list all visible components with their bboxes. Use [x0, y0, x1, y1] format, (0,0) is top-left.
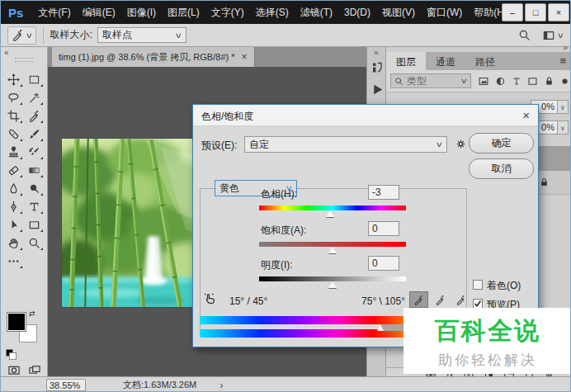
swap-colors-icon[interactable]: ⇄ — [29, 309, 35, 318]
search-icon[interactable] — [518, 29, 531, 41]
healing-brush-tool[interactable] — [3, 125, 24, 143]
filter-toggle-icon[interactable] — [560, 77, 569, 86]
falloff-start-marker[interactable] — [377, 324, 384, 331]
status-arrow-icon[interactable]: › — [219, 379, 223, 391]
watermark-title: 百科全说 — [403, 314, 571, 348]
saturation-slider-thumb[interactable] — [328, 247, 337, 253]
menu-layer[interactable]: 图层(L) — [162, 6, 205, 20]
dodge-tool[interactable] — [24, 179, 45, 197]
tab-close-icon[interactable]: × — [242, 51, 248, 63]
type-tool[interactable] — [24, 197, 45, 215]
minimize-button[interactable]: – — [502, 3, 523, 21]
collapse-panel-icon[interactable]: « — [4, 48, 9, 57]
menu-type[interactable]: 文字(Y) — [205, 6, 250, 20]
check-icon — [474, 300, 482, 308]
menu-3d[interactable]: 3D(D) — [338, 7, 376, 18]
history-brush-tool[interactable] — [24, 143, 45, 161]
colorize-label: 着色(O) — [487, 279, 521, 293]
path-selection-tool[interactable] — [3, 215, 24, 234]
chevron-down-icon: ∨ — [557, 31, 564, 40]
saturation-value-field[interactable]: 0 — [368, 221, 399, 236]
colorize-checkbox[interactable] — [473, 280, 483, 290]
properties-panel-icon[interactable] — [367, 57, 387, 78]
preset-dropdown[interactable]: 自定 ∨ — [244, 136, 447, 153]
expand-dock-icon[interactable]: » — [563, 43, 568, 52]
eraser-tool[interactable] — [3, 161, 24, 179]
ok-button[interactable]: 确定 — [469, 133, 534, 153]
status-bar: 38.55% 文档:1.63M/3.26M › — [1, 376, 571, 392]
bamboo-waterfall-image[interactable] — [62, 139, 192, 307]
screen-mode-button[interactable] — [28, 364, 41, 376]
zoom-tool[interactable] — [24, 234, 45, 252]
filter-type-layers-icon[interactable] — [512, 76, 521, 87]
panel-menu-icon[interactable]: ≡ — [559, 54, 566, 67]
lightness-slider[interactable] — [259, 276, 406, 281]
hand-tool[interactable] — [3, 234, 24, 252]
chevron-down-icon: ∨ — [460, 77, 468, 85]
clone-stamp-tool[interactable] — [3, 143, 24, 161]
hue-slider[interactable] — [259, 205, 406, 210]
zoom-level-field[interactable]: 38.55% — [46, 379, 86, 391]
menu-edit[interactable]: 编辑(E) — [77, 6, 121, 20]
marquee-tool[interactable] — [24, 70, 45, 88]
eyedropper-tool[interactable] — [24, 106, 45, 125]
close-button[interactable]: × — [548, 3, 569, 21]
menu-filter[interactable]: 滤镜(T) — [295, 6, 338, 20]
workspace-switcher[interactable]: ∨ — [542, 30, 564, 41]
eyedropper-sample-button[interactable] — [409, 291, 428, 308]
saturation-label: 饱和度(A): — [261, 224, 306, 238]
quick-selection-tool[interactable] — [24, 88, 45, 106]
tool-preset-picker[interactable]: ∨ — [7, 26, 36, 45]
filter-adjustment-layers-icon[interactable] — [495, 76, 506, 87]
crop-tool[interactable] — [3, 106, 24, 125]
maximize-button[interactable]: □ — [525, 3, 546, 21]
blur-tool[interactable] — [3, 179, 24, 197]
pen-tool[interactable] — [3, 197, 24, 215]
shape-tool[interactable] — [24, 215, 45, 234]
cancel-button[interactable]: 取消 — [469, 158, 534, 179]
workspace-layout-icon — [542, 30, 555, 41]
tab-paths[interactable]: 路径 — [465, 52, 505, 70]
actions-panel-icon[interactable] — [367, 78, 387, 100]
brush-tool[interactable] — [24, 125, 45, 143]
eyedropper-add-button[interactable] — [431, 291, 450, 308]
panel-grip[interactable] — [15, 58, 33, 62]
layer-filter-type-dropdown[interactable]: 类型 ∨ — [390, 73, 471, 88]
on-image-adjust-hand-icon[interactable] — [203, 291, 217, 305]
hue-slider-thumb[interactable] — [326, 210, 334, 217]
filter-shape-layers-icon[interactable] — [527, 76, 538, 87]
lightness-slider-thumb[interactable] — [328, 281, 337, 288]
menu-image[interactable]: 图像(I) — [121, 6, 162, 20]
dialog-title-bar[interactable]: 色相/饱和度 × — [193, 105, 538, 126]
lasso-tool[interactable] — [3, 88, 24, 106]
lock-icon — [539, 177, 550, 188]
chevron-down-icon[interactable]: ∨ — [558, 120, 569, 135]
saturation-slider[interactable] — [259, 242, 406, 247]
lightness-value-field[interactable]: 0 — [368, 256, 399, 271]
filter-pixel-layers-icon[interactable] — [478, 76, 489, 87]
tab-layers[interactable]: 图层 — [386, 52, 426, 70]
quick-mask-button[interactable] — [7, 364, 21, 376]
filter-smart-objects-icon[interactable] — [544, 76, 554, 87]
edit-toolbar-more-icon[interactable] — [3, 252, 24, 270]
hue-label: 色相(H): — [261, 187, 297, 201]
eyedropper-subtract-button[interactable] — [451, 291, 470, 308]
menu-bar: Ps 文件(F) 编辑(E) 图像(I) 图层(L) 文字(Y) 选择(S) 滤… — [1, 1, 571, 24]
gradient-tool[interactable] — [24, 161, 45, 179]
foreground-color-swatch[interactable] — [7, 313, 26, 331]
menu-file[interactable]: 文件(F) — [32, 6, 76, 20]
menu-view[interactable]: 视图(V) — [376, 6, 421, 20]
sample-size-dropdown[interactable]: 取样点 ∨ — [97, 27, 186, 43]
menu-select[interactable]: 选择(S) — [250, 6, 295, 20]
dialog-close-icon[interactable]: × — [522, 108, 530, 122]
divider — [43, 27, 44, 44]
tab-channels[interactable]: 通道 — [426, 52, 465, 70]
collapse-dock-icon[interactable]: « — [367, 48, 385, 57]
menu-window[interactable]: 窗口(W) — [421, 6, 468, 20]
default-colors-icon[interactable] — [6, 349, 16, 359]
hue-value-field[interactable]: -3 — [368, 185, 399, 200]
preset-options-gear-icon[interactable] — [455, 138, 467, 150]
document-tab[interactable]: timg (1).jpg @ 38.6% (背景 拷贝, RGB/8#) * × — [52, 47, 255, 67]
chevron-down-icon[interactable]: ∨ — [558, 100, 569, 114]
move-tool[interactable] — [3, 70, 24, 88]
